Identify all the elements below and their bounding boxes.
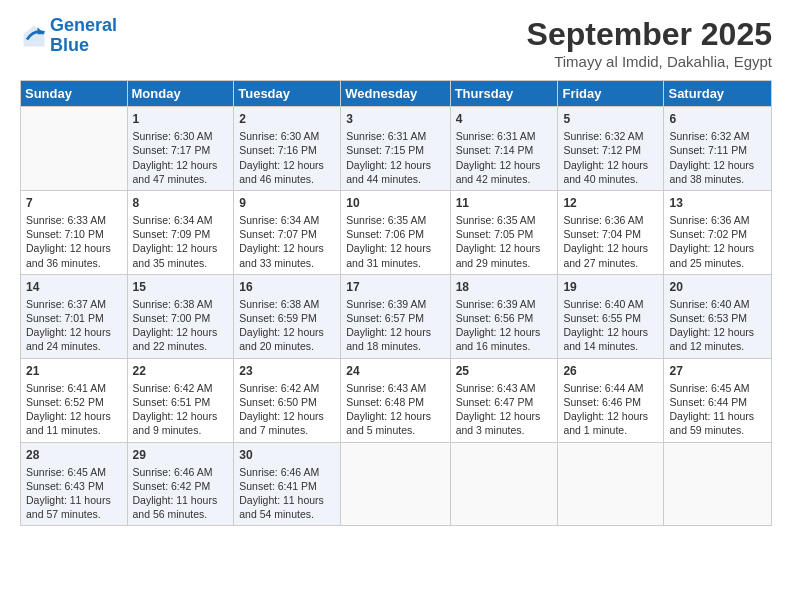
day-info-line: Sunset: 6:51 PM <box>133 395 229 409</box>
day-info-line: and 25 minutes. <box>669 256 766 270</box>
day-info-line: Sunset: 6:48 PM <box>346 395 444 409</box>
calendar: SundayMondayTuesdayWednesdayThursdayFrid… <box>20 80 772 526</box>
day-number: 8 <box>133 195 229 211</box>
calendar-header-row: SundayMondayTuesdayWednesdayThursdayFrid… <box>21 81 772 107</box>
day-info-line: Sunset: 6:52 PM <box>26 395 122 409</box>
day-number: 30 <box>239 447 335 463</box>
day-info-line: Daylight: 12 hours <box>133 158 229 172</box>
day-info-line: and 31 minutes. <box>346 256 444 270</box>
day-number: 11 <box>456 195 553 211</box>
calendar-cell: 22Sunrise: 6:42 AMSunset: 6:51 PMDayligh… <box>127 358 234 442</box>
day-number: 13 <box>669 195 766 211</box>
day-info-line: and 59 minutes. <box>669 423 766 437</box>
calendar-cell: 4Sunrise: 6:31 AMSunset: 7:14 PMDaylight… <box>450 107 558 191</box>
day-info-line: Sunset: 6:55 PM <box>563 311 658 325</box>
day-info-line: Sunset: 6:47 PM <box>456 395 553 409</box>
day-number: 16 <box>239 279 335 295</box>
day-info-line: and 56 minutes. <box>133 507 229 521</box>
day-info-line: and 57 minutes. <box>26 507 122 521</box>
calendar-cell: 10Sunrise: 6:35 AMSunset: 7:06 PMDayligh… <box>341 190 450 274</box>
day-info-line: and 16 minutes. <box>456 339 553 353</box>
day-info-line: Daylight: 12 hours <box>563 241 658 255</box>
day-info-line: and 20 minutes. <box>239 339 335 353</box>
day-info-line: and 14 minutes. <box>563 339 658 353</box>
logo-line1: General <box>50 15 117 35</box>
calendar-week-row: 1Sunrise: 6:30 AMSunset: 7:17 PMDaylight… <box>21 107 772 191</box>
day-number: 14 <box>26 279 122 295</box>
day-info-line: Daylight: 12 hours <box>346 325 444 339</box>
calendar-cell <box>664 442 772 526</box>
day-info-line: Daylight: 12 hours <box>456 158 553 172</box>
header-monday: Monday <box>127 81 234 107</box>
day-number: 15 <box>133 279 229 295</box>
day-info-line: Daylight: 12 hours <box>669 241 766 255</box>
day-number: 18 <box>456 279 553 295</box>
day-info-line: and 24 minutes. <box>26 339 122 353</box>
page: General Blue September 2025 Timayy al Im… <box>0 0 792 612</box>
calendar-cell <box>558 442 664 526</box>
day-info-line: Sunrise: 6:43 AM <box>456 381 553 395</box>
day-info-line: and 33 minutes. <box>239 256 335 270</box>
day-number: 4 <box>456 111 553 127</box>
calendar-week-row: 28Sunrise: 6:45 AMSunset: 6:43 PMDayligh… <box>21 442 772 526</box>
day-info-line: Daylight: 12 hours <box>346 241 444 255</box>
day-info-line: Daylight: 12 hours <box>26 325 122 339</box>
calendar-cell: 11Sunrise: 6:35 AMSunset: 7:05 PMDayligh… <box>450 190 558 274</box>
day-info-line: Sunrise: 6:40 AM <box>563 297 658 311</box>
calendar-cell: 5Sunrise: 6:32 AMSunset: 7:12 PMDaylight… <box>558 107 664 191</box>
day-info-line: Sunset: 7:16 PM <box>239 143 335 157</box>
day-info-line: and 40 minutes. <box>563 172 658 186</box>
day-info-line: Sunset: 7:10 PM <box>26 227 122 241</box>
day-info-line: and 54 minutes. <box>239 507 335 521</box>
day-info-line: Sunset: 7:04 PM <box>563 227 658 241</box>
calendar-cell: 12Sunrise: 6:36 AMSunset: 7:04 PMDayligh… <box>558 190 664 274</box>
day-number: 6 <box>669 111 766 127</box>
calendar-cell: 26Sunrise: 6:44 AMSunset: 6:46 PMDayligh… <box>558 358 664 442</box>
header-saturday: Saturday <box>664 81 772 107</box>
day-info-line: and 12 minutes. <box>669 339 766 353</box>
day-info-line: and 1 minute. <box>563 423 658 437</box>
day-number: 25 <box>456 363 553 379</box>
calendar-cell: 20Sunrise: 6:40 AMSunset: 6:53 PMDayligh… <box>664 274 772 358</box>
day-info-line: Sunset: 7:12 PM <box>563 143 658 157</box>
day-info-line: Sunrise: 6:44 AM <box>563 381 658 395</box>
day-info-line: Daylight: 12 hours <box>669 325 766 339</box>
day-number: 26 <box>563 363 658 379</box>
day-info-line: and 9 minutes. <box>133 423 229 437</box>
header-sunday: Sunday <box>21 81 128 107</box>
day-number: 28 <box>26 447 122 463</box>
day-info-line: Sunrise: 6:39 AM <box>346 297 444 311</box>
calendar-cell: 9Sunrise: 6:34 AMSunset: 7:07 PMDaylight… <box>234 190 341 274</box>
day-info-line: Daylight: 12 hours <box>346 158 444 172</box>
day-info-line: Sunrise: 6:35 AM <box>346 213 444 227</box>
day-number: 22 <box>133 363 229 379</box>
day-info-line: Sunrise: 6:31 AM <box>456 129 553 143</box>
day-number: 17 <box>346 279 444 295</box>
day-info-line: Sunrise: 6:34 AM <box>133 213 229 227</box>
day-info-line: Sunset: 6:53 PM <box>669 311 766 325</box>
day-info-line: Sunrise: 6:36 AM <box>563 213 658 227</box>
day-number: 19 <box>563 279 658 295</box>
day-number: 12 <box>563 195 658 211</box>
calendar-cell: 3Sunrise: 6:31 AMSunset: 7:15 PMDaylight… <box>341 107 450 191</box>
header-wednesday: Wednesday <box>341 81 450 107</box>
day-number: 21 <box>26 363 122 379</box>
day-info-line: Daylight: 11 hours <box>239 493 335 507</box>
day-info-line: Sunset: 7:17 PM <box>133 143 229 157</box>
day-info-line: and 47 minutes. <box>133 172 229 186</box>
day-info-line: and 5 minutes. <box>346 423 444 437</box>
day-info-line: Sunset: 7:02 PM <box>669 227 766 241</box>
day-info-line: Sunrise: 6:32 AM <box>563 129 658 143</box>
day-info-line: and 18 minutes. <box>346 339 444 353</box>
day-info-line: Sunrise: 6:37 AM <box>26 297 122 311</box>
calendar-cell <box>341 442 450 526</box>
day-info-line: Sunrise: 6:30 AM <box>239 129 335 143</box>
day-info-line: Sunset: 6:43 PM <box>26 479 122 493</box>
day-info-line: Daylight: 12 hours <box>133 409 229 423</box>
day-number: 9 <box>239 195 335 211</box>
day-info-line: Daylight: 12 hours <box>563 409 658 423</box>
header: General Blue September 2025 Timayy al Im… <box>20 16 772 70</box>
day-info-line: Daylight: 12 hours <box>26 409 122 423</box>
calendar-week-row: 21Sunrise: 6:41 AMSunset: 6:52 PMDayligh… <box>21 358 772 442</box>
day-info-line: Sunset: 6:56 PM <box>456 311 553 325</box>
